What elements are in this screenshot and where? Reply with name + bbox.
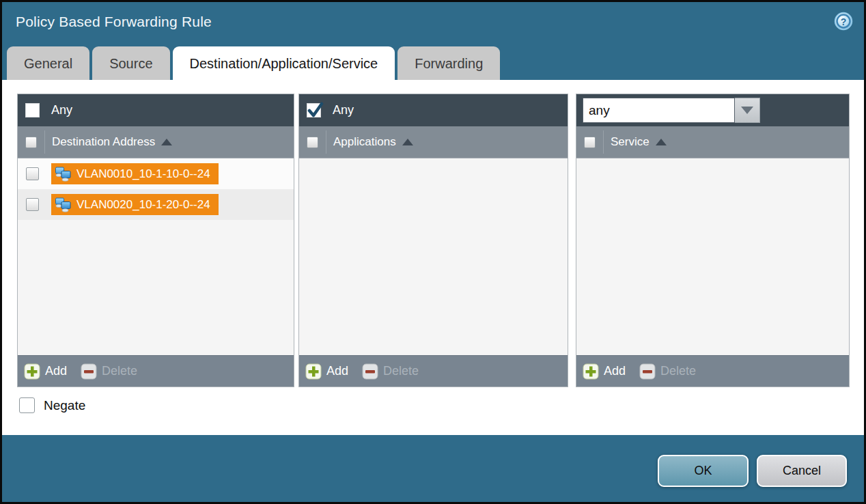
tab-forwarding[interactable]: Forwarding	[397, 46, 500, 80]
service-dropdown-row: any	[576, 94, 849, 126]
service-list-empty	[576, 158, 849, 355]
destination-any-row: Any	[18, 94, 294, 126]
negate-label: Negate	[44, 398, 85, 413]
applications-list-empty	[299, 158, 568, 355]
destination-address-panel: Any Destination Address	[17, 94, 294, 387]
address-group-icon	[54, 167, 72, 182]
chevron-down-icon	[741, 107, 753, 114]
applications-column-label[interactable]: Applications	[333, 135, 396, 149]
ok-button[interactable]: OK	[658, 455, 749, 487]
column-separator	[603, 130, 604, 154]
service-column-header: Service	[576, 126, 849, 158]
sort-ascending-icon[interactable]	[402, 139, 413, 145]
service-dropdown-value[interactable]: any	[583, 98, 735, 123]
address-chip[interactable]: VLAN0010_10-1-10-0--24	[51, 163, 219, 184]
tab-source[interactable]: Source	[92, 46, 169, 80]
delete-button-disabled: Delete	[102, 364, 137, 378]
row-checkbox[interactable]	[26, 198, 39, 211]
destination-toolbar: Add Delete	[18, 355, 294, 387]
list-item[interactable]: VLAN0020_10-1-20-0--24	[18, 189, 294, 220]
service-select-all-checkbox[interactable]	[584, 137, 596, 148]
destination-any-label: Any	[51, 103, 72, 117]
checkmark-icon	[307, 102, 324, 120]
sort-ascending-icon[interactable]	[656, 139, 667, 145]
applications-toolbar: Add Delete	[299, 355, 568, 387]
destination-column-header: Destination Address	[18, 126, 294, 158]
add-icon[interactable]	[24, 363, 40, 380]
negate-checkbox[interactable]	[19, 397, 35, 413]
address-chip[interactable]: VLAN0020_10-1-20-0--24	[51, 194, 219, 215]
address-name: VLAN0010_10-1-10-0--24	[76, 167, 210, 181]
add-icon[interactable]	[305, 363, 322, 380]
applications-any-label: Any	[333, 103, 354, 117]
delete-button-disabled: Delete	[383, 364, 419, 378]
sort-ascending-icon[interactable]	[161, 139, 172, 145]
row-checkbox[interactable]	[26, 167, 39, 180]
service-column-label[interactable]: Service	[611, 135, 650, 149]
tab-general[interactable]: General	[7, 46, 89, 80]
address-name: VLAN0020_10-1-20-0--24	[76, 198, 210, 212]
policy-based-forwarding-dialog: Policy Based Forwarding Rule ? General S…	[0, 0, 866, 504]
tab-destination-application-service[interactable]: Destination/Application/Service	[173, 46, 395, 80]
service-dropdown[interactable]: any	[583, 98, 760, 123]
help-glyph: ?	[841, 16, 847, 27]
column-separator	[44, 130, 45, 154]
delete-button-disabled: Delete	[660, 364, 696, 378]
destination-list: VLAN0010_10-1-10-0--24 VLAN0020_10-1-20-…	[18, 158, 294, 355]
add-button[interactable]: Add	[604, 364, 626, 378]
service-toolbar: Add Delete	[576, 355, 849, 387]
cancel-button[interactable]: Cancel	[757, 455, 847, 487]
applications-any-row: Any	[299, 94, 568, 126]
applications-column-header: Applications	[299, 126, 568, 158]
destination-column-label[interactable]: Destination Address	[52, 135, 155, 149]
address-group-icon	[54, 197, 72, 212]
help-icon[interactable]: ?	[834, 12, 853, 31]
column-separator	[326, 130, 326, 154]
delete-icon[interactable]	[362, 363, 378, 380]
dialog-title: Policy Based Forwarding Rule	[16, 14, 212, 30]
add-button[interactable]: Add	[326, 364, 348, 378]
applications-panel: Any Applications Add Delete	[298, 94, 568, 387]
applications-select-all-checkbox[interactable]	[307, 137, 318, 148]
service-dropdown-button[interactable]	[735, 98, 760, 123]
delete-icon[interactable]	[81, 363, 97, 380]
delete-icon[interactable]	[639, 363, 656, 380]
add-icon[interactable]	[583, 363, 599, 380]
applications-any-checkbox-checked[interactable]	[307, 103, 321, 117]
destination-select-all-checkbox[interactable]	[25, 137, 37, 148]
destination-any-checkbox[interactable]	[25, 103, 40, 117]
service-panel: any Service Add Delete	[576, 94, 850, 387]
negate-option: Negate	[19, 397, 85, 413]
list-item[interactable]: VLAN0010_10-1-10-0--24	[18, 158, 294, 189]
tab-bar: General Source Destination/Application/S…	[7, 46, 500, 80]
add-button[interactable]: Add	[45, 364, 67, 378]
